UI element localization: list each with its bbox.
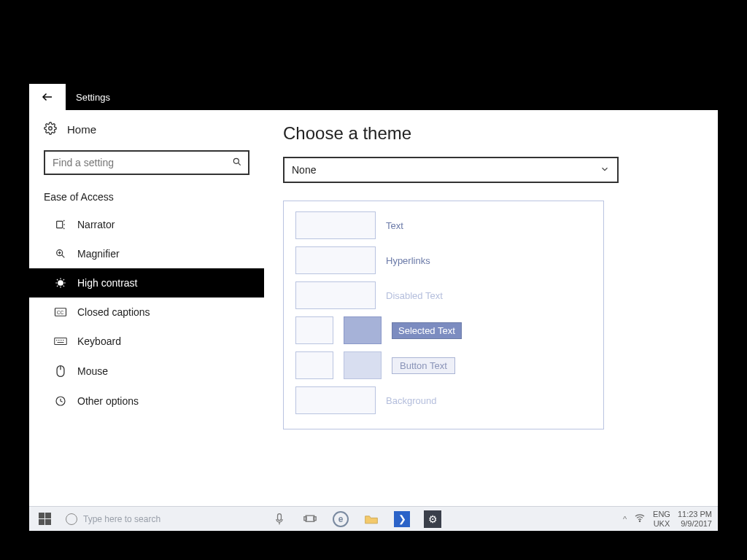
start-button[interactable]	[29, 507, 60, 531]
taskbar-search[interactable]: Type here to search	[60, 513, 264, 525]
lang-line2: UKX	[653, 519, 670, 528]
taskbar: Type here to search e ❯	[29, 506, 718, 531]
sidebar-item-label: Narrator	[77, 219, 115, 230]
gear-icon	[44, 122, 57, 137]
task-view-button[interactable]	[295, 507, 325, 531]
back-button[interactable]	[29, 84, 66, 110]
titlebar: Settings	[29, 84, 718, 110]
preview-label-text: Text	[386, 220, 403, 231]
search-input[interactable]	[44, 150, 249, 175]
taskbar-mic[interactable]	[264, 507, 295, 531]
svg-point-2	[233, 158, 239, 163]
sidebar-item-closed-captions[interactable]: CC Closed captions	[29, 298, 264, 327]
svg-rect-32	[278, 513, 282, 520]
sidebar-item-keyboard[interactable]: Keyboard	[29, 327, 264, 356]
swatch-button-bg[interactable]	[344, 351, 382, 379]
search-icon	[232, 157, 242, 169]
preview-label-hyperlinks: Hyperlinks	[386, 255, 430, 266]
preview-label-disabled: Disabled Text	[386, 290, 443, 301]
chevron-down-icon	[600, 164, 610, 176]
sidebar-item-label: High contrast	[77, 277, 137, 289]
tray-overflow-button[interactable]: ^	[623, 515, 627, 524]
svg-line-18	[63, 286, 64, 287]
svg-rect-35	[304, 516, 306, 520]
search-field[interactable]	[53, 157, 232, 168]
swatch-selected-bg[interactable]	[344, 316, 382, 344]
cortana-icon	[66, 513, 77, 525]
page-title: Choose a theme	[283, 123, 699, 144]
sidebar: Home Ease of Access	[29, 110, 264, 506]
sidebar-item-narrator[interactable]: Narrator	[29, 210, 264, 239]
language-indicator[interactable]: ENG UKX	[653, 510, 670, 527]
sidebar-item-label: Mouse	[77, 365, 108, 377]
svg-line-19	[57, 286, 58, 287]
svg-line-5	[63, 220, 64, 221]
swatch-disabled[interactable]	[295, 281, 376, 309]
wifi-icon[interactable]	[634, 512, 646, 526]
swatch-hyperlinks[interactable]	[295, 246, 376, 274]
svg-point-1	[49, 127, 53, 131]
section-label: Ease of Access	[29, 185, 264, 210]
magnifier-icon	[54, 248, 67, 260]
window-title: Settings	[66, 92, 110, 103]
svg-line-9	[62, 255, 65, 258]
home-label: Home	[67, 123, 96, 136]
svg-point-37	[639, 521, 640, 521]
closed-captions-icon: CC	[54, 307, 67, 317]
settings-window: Settings Home	[29, 84, 718, 531]
svg-rect-34	[306, 516, 314, 521]
sidebar-item-high-contrast[interactable]: High contrast	[29, 268, 264, 298]
sidebar-item-label: Keyboard	[77, 335, 121, 347]
folder-icon	[364, 513, 379, 525]
sidebar-item-label: Magnifier	[77, 248, 120, 260]
settings-taskbar-icon: ⚙	[424, 510, 441, 528]
store-icon: ❯	[394, 511, 410, 527]
sidebar-item-other-options[interactable]: Other options	[29, 386, 264, 416]
preview-label-background: Background	[386, 395, 436, 406]
windows-logo-icon	[39, 513, 51, 525]
preview-label-button: Button Text	[392, 357, 455, 374]
mic-icon	[274, 513, 285, 526]
taskbar-app-explorer[interactable]	[356, 507, 387, 531]
mouse-icon	[54, 365, 67, 378]
swatch-background[interactable]	[295, 386, 376, 414]
sidebar-item-label: Closed captions	[77, 306, 150, 318]
sidebar-item-mouse[interactable]: Mouse	[29, 356, 264, 386]
sidebar-item-label: Other options	[77, 395, 139, 407]
keyboard-icon	[54, 337, 67, 346]
lang-line1: ENG	[653, 510, 670, 518]
svg-text:CC: CC	[57, 310, 64, 315]
theme-selected-value: None	[292, 164, 316, 176]
swatch-button-fg[interactable]	[295, 351, 333, 379]
sidebar-item-magnifier[interactable]: Magnifier	[29, 239, 264, 268]
narrator-icon	[54, 219, 67, 230]
svg-line-17	[57, 279, 58, 280]
svg-line-3	[238, 163, 240, 165]
taskbar-search-placeholder: Type here to search	[83, 514, 160, 524]
clock[interactable]: 11:23 PM 9/9/2017	[678, 510, 712, 527]
high-contrast-icon	[54, 277, 67, 289]
theme-preview: Text Hyperlinks Disabled Text Selected T…	[283, 201, 604, 429]
preview-label-selected: Selected Text	[392, 322, 462, 339]
swatch-selected-fg[interactable]	[295, 316, 333, 344]
content-pane: Choose a theme None Text Hyperlinks	[264, 110, 718, 506]
svg-line-7	[63, 228, 64, 229]
svg-rect-23	[55, 338, 67, 345]
other-options-icon	[54, 395, 67, 407]
taskbar-app-store[interactable]: ❯	[387, 507, 417, 531]
svg-point-12	[58, 281, 63, 286]
edge-icon: e	[333, 511, 349, 527]
home-button[interactable]: Home	[29, 110, 264, 144]
svg-rect-36	[314, 516, 316, 520]
theme-dropdown[interactable]: None	[283, 157, 619, 183]
clock-time: 11:23 PM	[678, 510, 712, 518]
task-view-icon	[303, 514, 317, 524]
taskbar-app-settings[interactable]: ⚙	[417, 507, 448, 531]
taskbar-app-edge[interactable]: e	[325, 507, 356, 531]
clock-date: 9/9/2017	[678, 519, 712, 528]
swatch-text[interactable]	[295, 211, 376, 239]
svg-rect-4	[57, 221, 63, 228]
svg-line-20	[63, 279, 64, 280]
